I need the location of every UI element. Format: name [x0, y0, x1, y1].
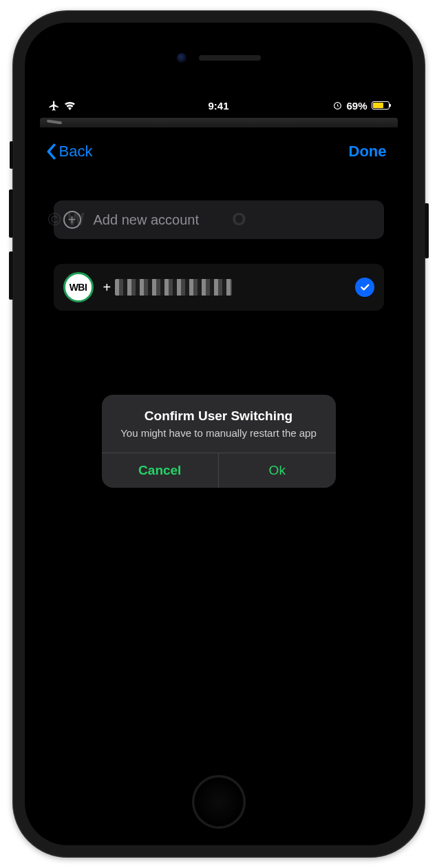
front-camera: [177, 53, 186, 63]
ok-button[interactable]: Ok: [219, 453, 336, 488]
phone-inner: 9:41 69% Back Done ©: [25, 23, 413, 845]
nav-bar: Back Done: [40, 136, 398, 173]
mute-switch: [10, 141, 13, 169]
dialog-title: Confirm User Switching: [116, 409, 322, 424]
back-button[interactable]: Back: [45, 143, 93, 161]
avatar: WBI: [63, 272, 94, 302]
confirm-dialog: Confirm User Switching You might have to…: [102, 395, 336, 488]
rotation-lock-icon: [333, 101, 342, 110]
screen: 9:41 69% Back Done ©: [40, 92, 398, 769]
redacted-number: [115, 279, 232, 296]
battery-percent: 69%: [346, 100, 367, 112]
cancel-button[interactable]: Cancel: [102, 453, 220, 488]
volume-down: [9, 251, 13, 300]
dialog-message: You might have to manually restart the a…: [116, 426, 322, 440]
selected-check-icon: [355, 278, 374, 297]
chevron-left-icon: [45, 143, 56, 160]
add-account-label: Add new account: [94, 212, 199, 228]
back-label: Back: [59, 143, 93, 161]
battery-icon: [372, 101, 390, 110]
earpiece: [199, 55, 261, 61]
status-bar: 9:41 69%: [40, 97, 398, 114]
volume-up: [9, 189, 13, 238]
done-button[interactable]: Done: [349, 143, 387, 161]
phone-frame: 9:41 69% Back Done ©: [12, 10, 425, 858]
home-button[interactable]: [192, 775, 246, 829]
account-row[interactable]: WBI +: [54, 264, 384, 311]
add-account-row[interactable]: © W O + Add new account: [54, 200, 384, 239]
airplane-icon: [48, 100, 60, 112]
plus-icon: +: [63, 211, 81, 229]
power-button: [425, 203, 429, 258]
sheet-handle-area: [40, 118, 398, 136]
earpiece-area: [177, 53, 261, 63]
account-phone: +: [103, 279, 345, 296]
wifi-icon: [64, 101, 76, 110]
